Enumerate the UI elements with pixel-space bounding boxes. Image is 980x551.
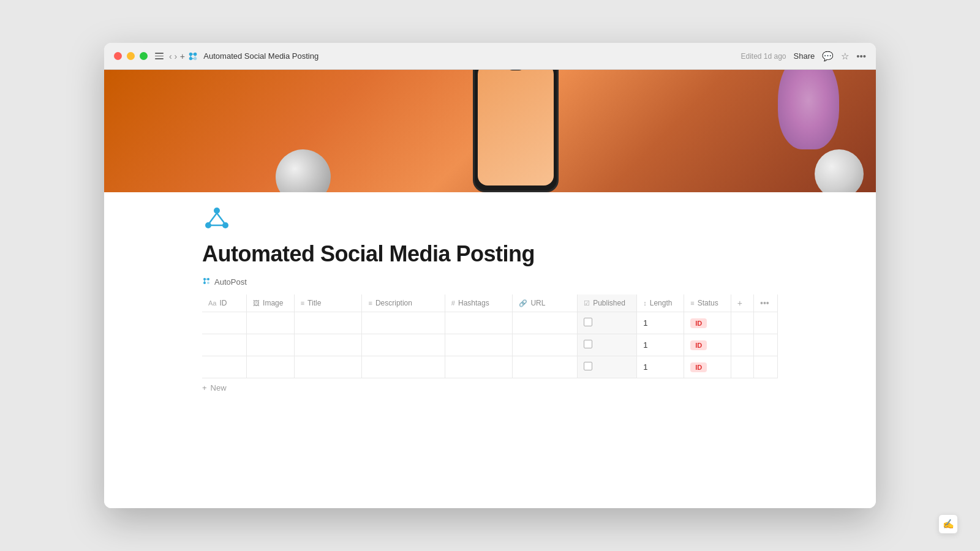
add-page-button[interactable]: + — [180, 51, 185, 61]
cell-empty-more-3 — [754, 356, 778, 378]
title-bar-right: Edited 1d ago Share 💬 ☆ ••• — [741, 51, 866, 62]
nav-arrows: ‹ › — [169, 51, 177, 61]
forward-button[interactable]: › — [175, 51, 178, 61]
bulb-decoration — [778, 70, 839, 149]
cell-id-2[interactable] — [202, 334, 247, 356]
col-header-description[interactable]: ≡ Description — [362, 294, 445, 312]
cell-image-3[interactable] — [247, 356, 295, 378]
sphere-left-decoration — [276, 149, 331, 192]
id-col-icon: Aa — [208, 299, 216, 307]
length-col-icon: ↕ — [643, 299, 647, 307]
cell-title-2[interactable] — [294, 334, 362, 356]
page-title: Automated Social Media Posting — [202, 241, 778, 267]
page-title-bar: Automated Social Media Posting — [187, 51, 741, 62]
maximize-button[interactable] — [140, 52, 148, 60]
col-header-length[interactable]: ↕ Length — [637, 294, 684, 312]
cell-status-2[interactable]: ID — [684, 334, 731, 356]
svg-point-1 — [194, 52, 197, 55]
col-header-url[interactable]: 🔗 URL — [513, 294, 578, 312]
cell-url-3[interactable] — [513, 356, 578, 378]
cell-desc-2[interactable] — [362, 334, 445, 356]
table-header-row: Aa ID 🖼 Image — [202, 294, 778, 312]
share-button[interactable]: Share — [794, 51, 815, 61]
cell-status-1[interactable]: ID — [684, 312, 731, 334]
cell-empty-more-1 — [754, 312, 778, 334]
col-header-image[interactable]: 🖼 Image — [247, 294, 295, 312]
svg-line-11 — [209, 213, 217, 223]
cell-desc-3[interactable] — [362, 356, 445, 378]
page-icon-area — [202, 192, 778, 241]
cell-published-1[interactable] — [578, 312, 637, 334]
col-header-hashtags[interactable]: # Hashtags — [445, 294, 513, 312]
edited-timestamp: Edited 1d ago — [741, 52, 786, 61]
cell-status-3[interactable]: ID — [684, 356, 731, 378]
cell-image-2[interactable] — [247, 334, 295, 356]
table-row: 1 ID — [202, 334, 778, 356]
col-header-title[interactable]: ≡ Title — [294, 294, 362, 312]
col-url-label: URL — [530, 299, 545, 307]
database-icon — [202, 277, 211, 287]
cell-url-1[interactable] — [513, 312, 578, 334]
back-button[interactable]: ‹ — [169, 51, 172, 61]
notion-logo-icon — [187, 51, 198, 62]
cell-empty-add-2 — [731, 334, 753, 356]
cell-desc-1[interactable] — [362, 312, 445, 334]
col-header-status[interactable]: ≡ Status — [684, 294, 731, 312]
cell-length-1[interactable]: 1 — [637, 312, 684, 334]
url-col-icon: 🔗 — [519, 299, 527, 307]
status-badge-1[interactable]: ID — [690, 318, 707, 328]
title-bar: ‹ › + Automated Social Media Posting Edi… — [104, 43, 876, 70]
menu-icon[interactable] — [155, 53, 164, 59]
star-icon[interactable]: ☆ — [841, 51, 849, 62]
svg-point-10 — [222, 222, 228, 228]
col-status-label: Status — [698, 299, 718, 307]
cell-empty-more-2 — [754, 334, 778, 356]
new-row-label: New — [211, 383, 227, 392]
page-body: Automated Social Media Posting AutoPost — [104, 192, 876, 434]
comment-icon[interactable]: 💬 — [822, 51, 834, 62]
cell-hashtags-1[interactable] — [445, 312, 513, 334]
status-badge-3[interactable]: ID — [690, 362, 707, 372]
cell-length-3[interactable]: 1 — [637, 356, 684, 378]
cell-id-1[interactable] — [202, 312, 247, 334]
checkbox-2[interactable] — [584, 340, 592, 348]
cell-title-3[interactable] — [294, 356, 362, 378]
table-wrapper: Aa ID 🖼 Image — [202, 294, 778, 397]
cell-title-1[interactable] — [294, 312, 362, 334]
svg-point-16 — [203, 282, 206, 284]
checkbox-3[interactable] — [584, 362, 592, 370]
close-button[interactable] — [114, 52, 122, 60]
col-length-label: Length — [650, 299, 673, 307]
content-area: Automated Social Media Posting AutoPost — [104, 70, 876, 508]
published-col-icon: ☑ — [584, 299, 590, 307]
new-row-button[interactable]: + New — [202, 378, 778, 397]
sphere-right-decoration — [815, 149, 864, 192]
desc-col-icon: ≡ — [368, 299, 372, 307]
cell-empty-add-1 — [731, 312, 753, 334]
cell-published-2[interactable] — [578, 334, 637, 356]
page-icon — [202, 204, 232, 234]
cell-hashtags-3[interactable] — [445, 356, 513, 378]
svg-point-2 — [189, 56, 192, 59]
new-row-plus-icon: + — [202, 383, 207, 392]
more-columns-button[interactable]: ••• — [754, 294, 778, 312]
cell-image-1[interactable] — [247, 312, 295, 334]
traffic-lights — [114, 52, 148, 60]
svg-line-12 — [217, 213, 224, 223]
title-col-icon: ≡ — [301, 299, 304, 307]
checkbox-1[interactable] — [584, 318, 592, 326]
col-header-id[interactable]: Aa ID — [202, 294, 247, 312]
col-header-published[interactable]: ☑ Published — [578, 294, 637, 312]
cell-published-3[interactable] — [578, 356, 637, 378]
database-label[interactable]: AutoPost — [202, 277, 778, 287]
col-hashtags-label: Hashtags — [458, 299, 489, 307]
add-column-button[interactable]: + — [731, 294, 753, 312]
cell-hashtags-2[interactable] — [445, 334, 513, 356]
svg-point-0 — [189, 52, 192, 55]
cell-url-2[interactable] — [513, 334, 578, 356]
minimize-button[interactable] — [127, 52, 135, 60]
cell-length-2[interactable]: 1 — [637, 334, 684, 356]
status-badge-2[interactable]: ID — [690, 340, 707, 350]
more-options-icon[interactable]: ••• — [856, 51, 866, 61]
cell-id-3[interactable] — [202, 356, 247, 378]
